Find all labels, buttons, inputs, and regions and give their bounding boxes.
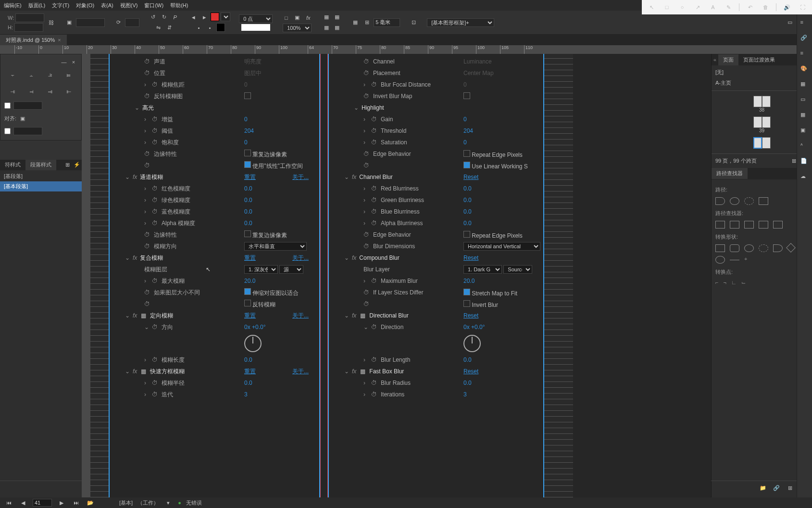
clear-override-icon[interactable]: ⚡: [72, 160, 82, 169]
story-icon[interactable]: 📄: [800, 158, 809, 166]
cb-iflayer[interactable]: [244, 288, 251, 295]
a2-icon[interactable]: ▪: [205, 23, 215, 33]
layers-icon[interactable]: ≡: [800, 19, 809, 28]
dist-left-icon[interactable]: ⫣: [8, 86, 18, 97]
menu-text[interactable]: 文字(T): [52, 2, 69, 9]
cb-ibm[interactable]: [244, 92, 251, 99]
wrap1-icon[interactable]: ▦: [322, 13, 331, 22]
black-swatch[interactable]: [216, 23, 225, 32]
sel-blurdim[interactable]: Horizontal and Vertical: [463, 242, 540, 251]
anchor-3[interactable]: ∟: [731, 279, 737, 286]
pages-tab[interactable]: 页面: [718, 54, 738, 65]
undo-icon[interactable]: ↶: [745, 2, 755, 12]
panel-min-icon[interactable]: —: [59, 57, 69, 67]
path-reverse[interactable]: [759, 197, 768, 205]
cb-edge[interactable]: [244, 150, 251, 156]
shape-bevel[interactable]: [759, 244, 768, 252]
direction-knob-cn[interactable]: [244, 335, 262, 352]
arrow-l-icon[interactable]: ◄: [188, 13, 198, 22]
val-blue-cn[interactable]: 0.0: [244, 208, 252, 215]
rotate-cw-icon[interactable]: ↻: [159, 13, 169, 22]
align-to-icon[interactable]: ▣: [18, 114, 27, 123]
about-link-cn[interactable]: 关于...: [292, 173, 309, 181]
val-sat-cn[interactable]: 0: [244, 139, 248, 146]
dist-top-icon[interactable]: ⫤: [26, 86, 37, 97]
val-green[interactable]: 0.0: [463, 197, 472, 203]
rotate-icon[interactable]: ⟳: [113, 18, 123, 27]
scale-x-input[interactable]: [76, 18, 105, 27]
align-bottom-icon[interactable]: ⫢: [64, 70, 75, 80]
color-icon[interactable]: 🎨: [800, 65, 809, 74]
path-open[interactable]: [730, 197, 739, 205]
stroke-icon[interactable]: ≡: [800, 50, 809, 59]
wrap2-icon[interactable]: ▦: [332, 13, 342, 22]
reset-link-cn[interactable]: 重置: [244, 173, 256, 181]
p-icon[interactable]: P: [170, 13, 180, 22]
ref-point-icon[interactable]: ⊡: [409, 18, 418, 27]
style-item-basic-para[interactable]: [基本段落]: [0, 181, 82, 191]
cb-linear[interactable]: [244, 161, 251, 168]
glyphs-icon[interactable]: ᴬ: [800, 142, 809, 151]
anchor-2[interactable]: ¬: [723, 279, 726, 286]
stroke-weight[interactable]: 0 点: [239, 14, 273, 23]
cb-iflayer-en[interactable]: [463, 289, 470, 295]
spacing-input[interactable]: [13, 102, 42, 110]
opacity-input[interactable]: 100%: [283, 24, 312, 32]
doc-tab[interactable]: 对照表.indd @ 150% ×: [0, 35, 67, 45]
path-join[interactable]: [715, 197, 725, 205]
links-icon[interactable]: 🔗: [800, 35, 809, 43]
cb-invert-en[interactable]: [463, 300, 470, 307]
cb-invert[interactable]: [244, 300, 251, 306]
preflight-status[interactable]: 无错误: [186, 499, 202, 507]
char-styles-tab[interactable]: 符样式: [0, 160, 25, 170]
align-top-icon[interactable]: ⫠: [26, 70, 37, 80]
wrap4-icon[interactable]: ▦: [332, 23, 342, 33]
menu-window[interactable]: 窗口(W): [144, 2, 163, 9]
sound-icon[interactable]: 🔊: [782, 2, 792, 12]
use-spacing2-cb[interactable]: [4, 128, 11, 134]
shape-roundrect[interactable]: [730, 244, 739, 252]
menu-table[interactable]: 表(A): [101, 2, 113, 9]
page-thumb-39[interactable]: [753, 116, 762, 128]
shape-line[interactable]: [730, 260, 739, 260]
align-left-icon[interactable]: ⫟: [8, 70, 18, 80]
val-direction[interactable]: 0x +0.0°: [463, 324, 485, 330]
open-icon[interactable]: 📂: [86, 498, 95, 508]
shear-input[interactable]: [125, 18, 139, 27]
shape-plus[interactable]: +: [744, 256, 747, 264]
spacing2-input[interactable]: [13, 127, 42, 135]
sel-blurlayer-cn[interactable]: 1. 深灰色: [244, 265, 278, 274]
val-alpha-cn[interactable]: 0.0: [244, 220, 252, 227]
val-iter-cn[interactable]: 3: [244, 391, 248, 398]
folder-icon[interactable]: 📁: [758, 483, 768, 493]
fx1-icon[interactable]: □: [281, 13, 291, 23]
cb-edge2-en[interactable]: [463, 231, 470, 238]
para-styles-tab[interactable]: 段落样式: [25, 160, 56, 170]
new-style-icon[interactable]: ⊞: [62, 160, 72, 169]
square-icon[interactable]: □: [662, 2, 672, 12]
val-maxblur-cn[interactable]: 20.0: [244, 278, 255, 284]
use-spacing-cb[interactable]: [4, 102, 11, 109]
val-blurrad[interactable]: 0.0: [463, 380, 472, 386]
menu-layout[interactable]: 版面(L): [28, 2, 45, 9]
arrow-r-icon[interactable]: ►: [200, 13, 209, 22]
val-blurrad-cn[interactable]: 0.0: [244, 380, 252, 386]
shape-triangle[interactable]: [786, 243, 796, 253]
shape-poly[interactable]: [715, 256, 725, 264]
val-red[interactable]: 0.0: [463, 185, 472, 192]
fx2-icon[interactable]: ▣: [292, 13, 302, 23]
page-input[interactable]: [33, 499, 52, 507]
path-close[interactable]: [744, 197, 754, 205]
reset-link[interactable]: Reset: [463, 174, 478, 180]
expand-icon[interactable]: ⛶: [798, 2, 807, 12]
val-gain[interactable]: 0: [463, 116, 467, 123]
arrow-icon[interactable]: ↗: [693, 2, 702, 12]
val-blurlen-cn[interactable]: 0.0: [244, 356, 252, 363]
close-tab-icon[interactable]: ×: [58, 37, 61, 43]
dist-hcenter-icon[interactable]: ⫥: [45, 86, 56, 97]
shape-rect[interactable]: [715, 244, 725, 252]
arrange-icon[interactable]: ▭: [785, 18, 795, 27]
val-blue[interactable]: 0.0: [463, 208, 472, 215]
rotate-ccw-icon[interactable]: ↺: [148, 13, 158, 22]
cc-icon[interactable]: ☁: [800, 173, 809, 182]
